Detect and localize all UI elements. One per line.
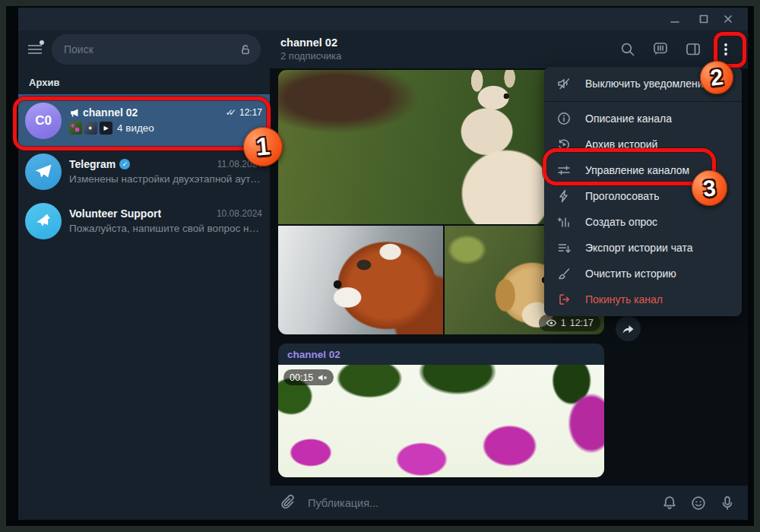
menu-item-label: Экспорт истории чата <box>585 242 692 254</box>
discussion-button[interactable] <box>651 40 670 59</box>
chat-list-item-volunteer-support[interactable]: Volunteer Support 10.08.2024 Пожалуйста,… <box>18 196 270 245</box>
message-time: 12:17 <box>570 318 594 328</box>
window-close-button[interactable] <box>722 13 734 25</box>
window-maximize-button[interactable] <box>698 13 710 25</box>
search-icon <box>619 41 636 58</box>
export-icon <box>556 240 572 255</box>
menu-item-label: Создать опрос <box>585 216 657 228</box>
close-icon <box>723 14 733 24</box>
minimize-icon <box>670 14 680 24</box>
attach-button[interactable] <box>279 493 299 513</box>
menu-item-label: Описание канала <box>585 112 672 125</box>
avatar <box>25 203 62 239</box>
menu-item-clear-history[interactable]: Очистить историю <box>544 261 742 287</box>
hamburger-icon <box>28 45 42 54</box>
video-duration-pill: 00:15 <box>283 369 334 385</box>
chat-preview: Пожалуйста, напишите свой вопрос но... <box>69 223 262 234</box>
discussion-bubble-icon <box>651 40 670 59</box>
info-icon <box>556 111 572 126</box>
window-title-bar <box>18 8 748 30</box>
avatar <box>25 154 62 190</box>
message-author[interactable]: channel 02 <box>278 344 604 365</box>
message-input[interactable] <box>308 497 651 509</box>
message-composer <box>270 486 748 520</box>
chat-subscribers: 2 подписчика <box>280 51 341 62</box>
mute-icon <box>556 76 572 91</box>
notify-toggle-button[interactable] <box>660 493 679 513</box>
chat-header-info[interactable]: channel 02 2 подписчика <box>280 36 341 63</box>
video-thumbnail-flowers[interactable]: 00:15 <box>278 365 604 477</box>
views-pill: 1 12:17 <box>539 315 600 331</box>
vote-lightning-icon <box>556 188 572 204</box>
menu-item-leave-channel[interactable]: Покинуть канал <box>544 287 742 312</box>
telegram-plane-icon <box>33 162 53 182</box>
search-box[interactable] <box>52 34 261 65</box>
side-panel-icon <box>684 40 702 59</box>
chat-date: 10.08.2024 <box>217 208 262 219</box>
search-button[interactable] <box>618 40 638 59</box>
paperclip-icon <box>280 495 297 511</box>
menu-item-create-poll[interactable]: Создать опрос <box>544 209 742 235</box>
search-input[interactable] <box>64 43 233 55</box>
highlight-box-step1 <box>13 97 271 150</box>
toggle-side-panel-button[interactable] <box>683 40 703 59</box>
unlock-icon[interactable] <box>239 43 252 55</box>
chat-title: channel 02 <box>280 36 341 49</box>
archive-section-label: Архив <box>18 68 270 94</box>
highlight-box-step3 <box>543 148 716 185</box>
share-arrow-icon <box>621 322 635 335</box>
menu-item-label: Проголосовать <box>585 190 659 202</box>
eye-icon <box>546 318 557 328</box>
screenshot-page: Архив C0 channel 02 ✓✓ 12:17 <box>0 0 760 532</box>
chat-preview: Изменены настройки двухэтапной ауте... <box>69 173 262 185</box>
voice-record-button[interactable] <box>717 493 737 513</box>
menu-item-channel-description[interactable]: Описание канала <box>544 106 742 131</box>
muted-speaker-icon <box>318 373 328 382</box>
share-button[interactable] <box>616 316 641 341</box>
video-duration: 00:15 <box>290 372 313 383</box>
emoji-button[interactable] <box>689 493 708 513</box>
chat-header: channel 02 2 подписчика <box>270 30 748 68</box>
clear-history-icon <box>556 266 572 281</box>
microphone-icon <box>719 495 736 511</box>
menu-separator <box>544 101 742 102</box>
bell-icon <box>661 495 678 511</box>
menu-item-label: Очистить историю <box>585 268 676 280</box>
menu-item-export-history[interactable]: Экспорт истории чата <box>544 235 742 261</box>
chat-name: Volunteer Support <box>69 207 161 220</box>
photo-red-panda[interactable] <box>278 226 443 334</box>
video-message[interactable]: channel 02 00:15 <box>278 344 604 477</box>
views-count: 1 <box>561 318 566 328</box>
maximize-icon <box>698 14 709 24</box>
poll-icon <box>556 214 572 230</box>
telegram-window: Архив C0 channel 02 ✓✓ 12:17 <box>18 8 748 520</box>
smiley-icon <box>690 495 707 511</box>
menu-badge-dot <box>40 40 44 45</box>
leave-channel-icon <box>556 292 572 307</box>
menu-item-label: Выключить уведомления <box>585 78 709 90</box>
chat-name: Telegram <box>69 158 116 170</box>
window-minimize-button[interactable] <box>669 13 681 25</box>
verified-badge-icon: ✓ <box>119 159 130 169</box>
support-plane-icon <box>33 211 53 231</box>
menu-item-label: Покинуть канал <box>585 293 663 306</box>
main-menu-button[interactable] <box>25 40 45 59</box>
chat-list-item-telegram[interactable]: Telegram ✓ 11.08.2024 Изменены настройки… <box>18 147 270 196</box>
